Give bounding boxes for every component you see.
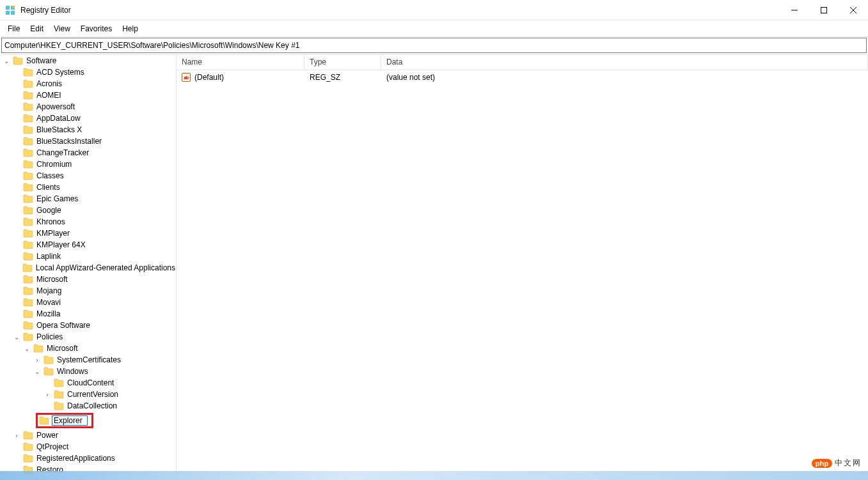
chevron-right-icon[interactable]: ›	[43, 391, 51, 398]
tree-item-bluestacks-x[interactable]: BlueStacks X	[0, 124, 176, 135]
values-pane: Name Type Data ab(Default)REG_SZ(value n…	[177, 55, 868, 480]
value-name: (Default)	[194, 73, 224, 82]
menu-edit[interactable]: Edit	[25, 23, 49, 35]
tree-item-google[interactable]: Google	[0, 205, 176, 216]
toggle-spacer	[13, 287, 20, 295]
tree-item-microsoft[interactable]: Microsoft	[0, 274, 176, 285]
tree-item-bluestacksinstaller[interactable]: BlueStacksInstaller	[0, 135, 176, 147]
tree-item-mozilla[interactable]: Mozilla	[0, 308, 176, 320]
folder-icon	[23, 194, 33, 203]
folder-icon	[23, 321, 33, 330]
toggle-spacer	[13, 275, 20, 283]
tree-item-label: Windows	[56, 367, 89, 376]
tree-item-label: Laplink	[36, 252, 61, 261]
menu-view[interactable]: View	[49, 23, 75, 35]
chevron-right-icon[interactable]: ›	[33, 356, 41, 364]
folder-icon	[23, 229, 33, 238]
tree-item-label: Google	[36, 206, 62, 215]
toggle-spacer	[12, 264, 20, 272]
chevron-down-icon[interactable]: ⌄	[23, 345, 31, 352]
tree-scroll[interactable]: ⌄SoftwareACD SystemsAcronisAOMEIApowerso…	[0, 55, 176, 480]
toggle-spacer	[13, 68, 20, 76]
tree-item-label: Mojang	[36, 286, 62, 295]
watermark-pill: php	[812, 459, 832, 468]
tree-item-label: Classes	[36, 171, 65, 180]
tree-item-datacollection[interactable]: DataCollection	[0, 400, 176, 412]
tree-item-power[interactable]: ›Power	[0, 430, 176, 441]
tree-item-systemcertificates[interactable]: ›SystemCertificates	[0, 354, 176, 366]
folder-icon	[23, 286, 33, 295]
close-button[interactable]	[839, 0, 868, 20]
folder-icon	[23, 160, 33, 169]
menu-file[interactable]: File	[3, 23, 25, 35]
minimize-button[interactable]	[780, 0, 809, 20]
chevron-right-icon[interactable]: ›	[13, 431, 20, 439]
tree-item-aomei[interactable]: AOMEI	[0, 89, 176, 101]
tree-item-acronis[interactable]: Acronis	[0, 78, 176, 89]
tree-item-label: BlueStacks X	[36, 125, 83, 134]
folder-icon	[23, 114, 33, 123]
tree-item-acd-systems[interactable]: ACD Systems	[0, 66, 176, 78]
tree-item-mojang[interactable]: Mojang	[0, 285, 176, 297]
folder-icon	[54, 401, 64, 410]
chevron-down-icon[interactable]: ⌄	[3, 57, 10, 65]
tree-item-laplink[interactable]: Laplink	[0, 251, 176, 262]
menu-help[interactable]: Help	[117, 23, 143, 35]
tree-item-label: Movavi	[36, 298, 61, 307]
toggle-spacer	[13, 126, 20, 134]
tree-item-registeredapplications[interactable]: RegisteredApplications	[0, 453, 176, 464]
titlebar: Registry Editor	[0, 0, 868, 20]
tree-item-epic-games[interactable]: Epic Games	[0, 193, 176, 205]
tree-item-apowersoft[interactable]: Apowersoft	[0, 101, 176, 112]
tree-item-label: KMPlayer	[36, 229, 70, 238]
toggle-spacer	[13, 172, 20, 180]
maximize-button[interactable]	[809, 0, 839, 20]
tree-item-label: ChangeTracker	[36, 148, 90, 157]
window-title: Registry Editor	[20, 6, 71, 15]
tree-item-label: KMPlayer 64X	[36, 240, 86, 249]
tree-item-label: Mozilla	[36, 309, 61, 318]
tree-item-changetracker[interactable]: ChangeTracker	[0, 147, 176, 159]
tree-item-label: Chromium	[36, 160, 72, 169]
svg-point-4	[12, 6, 15, 8]
tree-item-label: Opera Software	[36, 321, 91, 330]
tree-item-windows[interactable]: ⌄Windows	[0, 366, 176, 377]
tree-item-software[interactable]: ⌄Software	[0, 55, 176, 66]
value-row[interactable]: ab(Default)REG_SZ(value not set)	[177, 70, 868, 84]
tree-item-policies[interactable]: ⌄Policies	[0, 331, 176, 343]
tree-item-currentversion[interactable]: ›CurrentVersion	[0, 389, 176, 400]
tree-item-classes[interactable]: Classes	[0, 170, 176, 182]
tree-item-opera-software[interactable]: Opera Software	[0, 320, 176, 331]
tree-item-clients[interactable]: Clients	[0, 182, 176, 193]
tree-item-khronos[interactable]: Khronos	[0, 216, 176, 228]
folder-icon	[23, 309, 33, 318]
tree-item-kmplayer-64x[interactable]: KMPlayer 64X	[0, 239, 176, 251]
chevron-down-icon[interactable]: ⌄	[33, 368, 41, 375]
column-headers: Name Type Data	[177, 55, 868, 70]
tree-item-label: Software	[26, 56, 57, 65]
tree-item-movavi[interactable]: Movavi	[0, 297, 176, 308]
value-data: (value not set)	[381, 73, 868, 82]
tree-item-kmplayer[interactable]: KMPlayer	[0, 228, 176, 239]
tree-item-appdatalow[interactable]: AppDataLow	[0, 112, 176, 124]
rename-input[interactable]	[52, 415, 88, 426]
column-header-type[interactable]: Type	[304, 55, 381, 70]
address-bar[interactable]	[1, 38, 867, 53]
tree-item-chromium[interactable]: Chromium	[0, 159, 176, 170]
chevron-down-icon[interactable]: ⌄	[13, 333, 20, 341]
toggle-spacer	[13, 229, 20, 237]
tree-item-cloudcontent[interactable]: CloudContent	[0, 377, 176, 389]
tree-item-policies-microsoft[interactable]: ⌄Microsoft	[0, 343, 176, 354]
toggle-spacer	[13, 195, 20, 203]
tree-item-new-key-editing[interactable]	[0, 412, 176, 430]
main-split: ⌄SoftwareACD SystemsAcronisAOMEIApowerso…	[0, 54, 868, 480]
tree-item-qtproject[interactable]: QtProject	[0, 441, 176, 453]
folder-icon	[43, 367, 54, 376]
column-header-data[interactable]: Data	[381, 55, 868, 70]
column-header-name[interactable]: Name	[177, 55, 304, 70]
tree-item-local-appwizard-generated-applications[interactable]: Local AppWizard-Generated Applications	[0, 262, 176, 274]
tree-item-label: Microsoft	[46, 344, 79, 353]
toggle-spacer	[13, 183, 20, 191]
menu-favorites[interactable]: Favorites	[75, 23, 117, 35]
address-input[interactable]	[4, 41, 864, 50]
